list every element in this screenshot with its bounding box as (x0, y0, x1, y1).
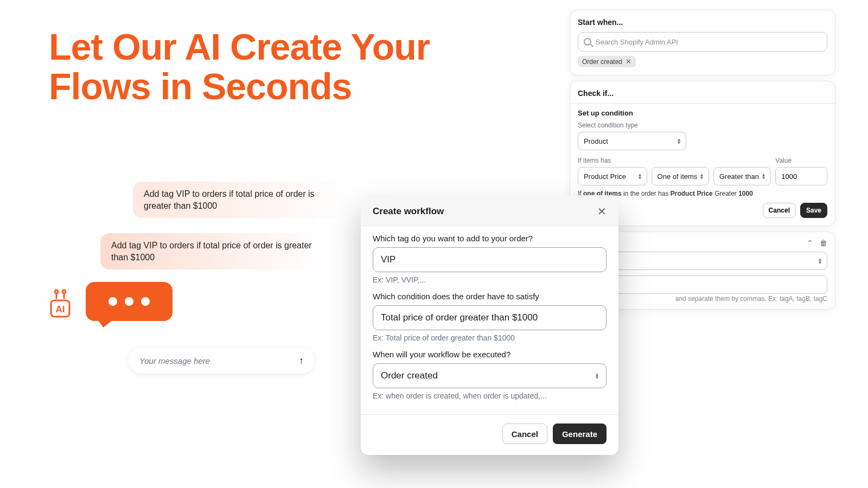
items-has-label: If items has (578, 157, 647, 164)
select-arrows-icon: ▴▾ (639, 173, 641, 179)
items-op-select[interactable]: Greater than ▴▾ (713, 167, 771, 185)
chat-bubble-2: Add tag VIP to orders if total price of … (100, 233, 323, 269)
cancel-button[interactable]: Cancel (502, 423, 547, 444)
condition-type-value: Product (584, 137, 608, 145)
summary-text: Greater (713, 190, 738, 197)
modal-title: Create workflow (373, 206, 444, 217)
chat-preview: Add tag VIP to orders if total price of … (49, 182, 353, 269)
trigger-title: Start when... (578, 18, 827, 27)
summary-bold: 1000 (738, 190, 753, 197)
modal-header: Create workflow ✕ (361, 195, 618, 226)
condition-type-select[interactable]: Product ▴▾ (578, 132, 686, 150)
search-icon (584, 38, 591, 46)
condition-save-button[interactable]: Save (800, 203, 827, 218)
spacer-label (652, 157, 709, 164)
items-field-select[interactable]: Product Price ▴▾ (578, 167, 647, 185)
tag-question-label: Which tag do you want to add to your ord… (373, 234, 607, 243)
value-input-text: 1000 (781, 172, 797, 181)
value-label: Value (775, 157, 827, 164)
summary-text: in the order has (622, 190, 671, 197)
select-arrows-icon: ▴▾ (819, 258, 821, 264)
value-input[interactable]: 1000 (775, 167, 827, 185)
select-arrows-icon: ▴▾ (678, 138, 680, 144)
condition-title: Check if... (578, 89, 827, 98)
divider (570, 103, 835, 104)
trigger-card: Start when... Search Shopify Admin API O… (570, 10, 835, 75)
trigger-chip-label: Order created (582, 58, 622, 66)
select-arrows-icon: ▴▾ (700, 173, 703, 179)
typing-dot (108, 297, 117, 306)
setup-condition-label: Set up condition (578, 109, 827, 117)
items-scope-select[interactable]: One of items ▴▾ (652, 167, 709, 185)
headline-line2: Flows in Seconds (49, 66, 352, 107)
when-select[interactable]: Order created ▴▾ (373, 363, 607, 388)
tag-input-value: VIP (381, 254, 395, 265)
chip-remove-icon[interactable]: ✕ (626, 57, 631, 66)
items-scope-value: One of items (658, 172, 698, 181)
condition-input-value: Total price of order greater than $1000 (381, 312, 538, 323)
trigger-search-input[interactable]: Search Shopify Admin API (578, 32, 827, 52)
when-question-label: When will your workflow be executed? (373, 350, 607, 359)
chat-bubble-1: Add tag VIP to orders if total price of … (133, 182, 353, 218)
collapse-icon[interactable]: ⌃ (807, 239, 813, 247)
typing-dot (125, 297, 133, 306)
condition-question-label: Which condition does the order have to s… (373, 292, 607, 301)
trigger-chip[interactable]: Order created ✕ (578, 56, 636, 67)
ai-robot-icon: AI (49, 288, 75, 314)
select-arrows-icon: ▴▾ (762, 173, 765, 179)
typing-dot (141, 297, 150, 306)
tag-hint: Ex: VIP, VVIP,... (373, 275, 607, 284)
condition-type-label: Select condition type (578, 121, 827, 129)
when-select-value: Order created (381, 370, 438, 381)
headline-line1: Let Our AI Create Your (49, 26, 430, 67)
typing-indicator (86, 282, 173, 321)
modal-footer: Cancel Generate (361, 414, 618, 455)
condition-hint: Ex: Total price of order greater than $1… (373, 333, 607, 342)
headline: Let Our AI Create Your Flows in Seconds (49, 27, 430, 107)
items-field-value: Product Price (584, 172, 626, 181)
condition-cancel-button[interactable]: Cancel (763, 203, 796, 218)
chat-input[interactable]: Your message here ↑ (129, 348, 315, 374)
search-placeholder: Search Shopify Admin API (596, 38, 678, 46)
delete-icon[interactable]: 🗑 (820, 239, 827, 247)
when-hint: Ex: when order is created, when order is… (373, 391, 607, 400)
chat-input-placeholder: Your message here (139, 356, 210, 365)
select-arrows-icon: ▴▾ (596, 373, 598, 379)
svg-text:AI: AI (56, 304, 65, 314)
generate-button[interactable]: Generate (553, 423, 607, 444)
summary-bold: Product Price (671, 190, 713, 197)
ai-avatar-row: AI (49, 282, 173, 321)
spacer-label (713, 157, 771, 164)
condition-input[interactable]: Total price of order greater than $1000 (373, 305, 607, 330)
send-icon[interactable]: ↑ (299, 355, 304, 367)
tag-input[interactable]: VIP (373, 247, 607, 272)
create-workflow-modal: Create workflow ✕ Which tag do you want … (361, 195, 618, 455)
close-icon[interactable]: ✕ (597, 205, 607, 218)
modal-body: Which tag do you want to add to your ord… (361, 226, 618, 409)
items-op-value: Greater than (719, 172, 759, 181)
